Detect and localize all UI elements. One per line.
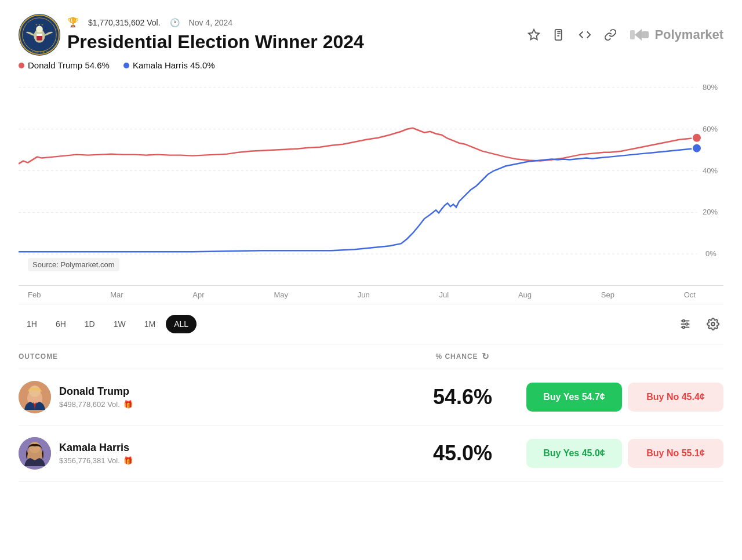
clock-icon: 🕐 (170, 18, 180, 27)
doc-button[interactable] (550, 26, 569, 44)
svg-text:UNITED STATES: UNITED STATES (30, 51, 49, 53)
harris-chance-col: 45.0% (399, 441, 526, 466)
polymarket-logo: Polymarket (629, 24, 723, 45)
page-title: Presidential Election Winner 2024 (67, 31, 364, 53)
harris-buy-no-btn[interactable]: Buy No 55.1¢ (628, 439, 723, 468)
x-label-jul: Jul (439, 290, 449, 299)
harris-legend-label: Kamala Harris 45.0% (133, 60, 215, 70)
x-label-feb: Feb (28, 290, 41, 299)
x-label-oct: Oct (684, 290, 696, 299)
trump-name: Donald Trump (59, 386, 133, 398)
svg-rect-11 (630, 30, 635, 39)
header-meta: 🏆 $1,770,315,602 Vol. 🕐 Nov 4, 2024 Pres… (67, 17, 364, 53)
btn-1m[interactable]: 1M (136, 315, 163, 333)
harris-vol: $356,776,381 Vol. 🎁 (59, 456, 133, 465)
source-label: Source: Polymarket.com (28, 258, 119, 271)
svg-text:★ ★ ★: ★ ★ ★ (35, 23, 43, 26)
main-chart: 80% 60% 40% 20% 0% (19, 77, 723, 285)
harris-gift-icon[interactable]: 🎁 (123, 456, 133, 465)
trump-dot (19, 63, 24, 68)
svg-point-35 (29, 386, 41, 397)
chart-controls (675, 314, 723, 334)
svg-rect-13 (642, 31, 649, 38)
x-label-aug: Aug (518, 290, 532, 299)
chart-legend: Donald Trump 54.6% Kamala Harris 45.0% (19, 60, 723, 70)
svg-point-38 (29, 442, 41, 453)
link-button[interactable] (601, 26, 620, 44)
svg-marker-12 (635, 29, 642, 41)
outcomes-header: OUTCOME % CHANCE ↻ (19, 344, 723, 369)
svg-point-3 (36, 26, 43, 32)
harris-outcome-row: Kamala Harris $356,776,381 Vol. 🎁 45.0% … (19, 426, 723, 482)
trump-info: Donald Trump $498,778,602 Vol. 🎁 (59, 386, 133, 409)
harris-outcome-col: Kamala Harris $356,776,381 Vol. 🎁 (19, 437, 399, 470)
trump-outcome-col: Donald Trump $498,778,602 Vol. 🎁 (19, 381, 399, 413)
outcome-col-header: OUTCOME (19, 351, 399, 362)
svg-text:60%: 60% (703, 125, 718, 133)
filter-icon-btn[interactable] (675, 314, 696, 334)
chance-col-header: % CHANCE ↻ (399, 351, 526, 362)
trump-vol: $498,778,602 Vol. 🎁 (59, 400, 133, 409)
refresh-icon[interactable]: ↻ (482, 351, 490, 362)
date-text: Nov 4, 2024 (189, 18, 233, 27)
harris-info: Kamala Harris $356,776,381 Vol. 🎁 (59, 442, 133, 465)
btn-1d[interactable]: 1D (77, 315, 103, 333)
chance-label: % CHANCE (436, 352, 478, 361)
trump-outcome-row: Donald Trump $498,778,602 Vol. 🎁 54.6% B… (19, 369, 723, 426)
svg-point-29 (682, 320, 685, 322)
actions-col-header (526, 351, 723, 362)
code-button[interactable] (576, 26, 594, 44)
trump-buy-no-btn[interactable]: Buy No 45.4¢ (628, 383, 723, 412)
svg-rect-10 (555, 30, 562, 40)
svg-text:0%: 0% (705, 249, 716, 258)
harris-chance-pct: 45.0% (433, 441, 492, 465)
btn-6h[interactable]: 6H (48, 315, 74, 333)
btn-1w[interactable]: 1W (106, 315, 134, 333)
svg-point-30 (686, 323, 688, 325)
x-label-jun: Jun (358, 290, 370, 299)
header-right: Polymarket (525, 24, 723, 45)
svg-marker-9 (529, 30, 539, 39)
svg-rect-5 (37, 34, 42, 36)
svg-point-31 (682, 326, 685, 329)
trump-legend-label: Donald Trump 54.6% (28, 60, 110, 70)
trophy-icon: 🏆 (67, 17, 79, 28)
trump-gift-icon[interactable]: 🎁 (123, 400, 133, 409)
trump-actions-col: Buy Yes 54.7¢ Buy No 45.4¢ (526, 383, 723, 412)
svg-text:40%: 40% (703, 166, 718, 175)
polymarket-name: Polymarket (654, 27, 723, 42)
svg-point-32 (711, 322, 715, 326)
x-axis: Feb Mar Apr May Jun Jul Aug Sep Oct (19, 286, 723, 304)
x-label-mar: Mar (110, 290, 123, 299)
svg-text:20%: 20% (703, 208, 718, 216)
svg-rect-6 (37, 36, 42, 38)
x-label-sep: Sep (601, 290, 614, 299)
trump-buy-yes-btn[interactable]: Buy Yes 54.7¢ (526, 383, 622, 412)
settings-icon-btn[interactable] (703, 314, 723, 334)
trump-chance-col: 54.6% (399, 385, 526, 409)
x-label-may: May (274, 290, 288, 299)
presidential-seal: ★ ★ ★ UNITED STATES (19, 14, 60, 56)
chart-area: 80% 60% 40% 20% 0% Source: Polymarket.co… (19, 77, 723, 286)
legend-trump: Donald Trump 54.6% (19, 60, 110, 70)
star-button[interactable] (525, 26, 543, 44)
harris-dot (123, 63, 129, 68)
legend-harris: Kamala Harris 45.0% (123, 60, 215, 70)
harris-actions-col: Buy Yes 45.0¢ Buy No 55.1¢ (526, 439, 723, 468)
time-range-bar: 1H 6H 1D 1W 1M ALL (19, 304, 723, 344)
volume-text: $1,770,315,602 Vol. (88, 18, 161, 27)
svg-text:80%: 80% (703, 83, 718, 92)
harris-avatar (19, 437, 51, 470)
btn-1h[interactable]: 1H (19, 315, 45, 333)
svg-point-24 (692, 133, 701, 143)
svg-point-25 (692, 144, 701, 153)
harris-name: Kamala Harris (59, 442, 133, 454)
harris-buy-yes-btn[interactable]: Buy Yes 45.0¢ (526, 439, 622, 468)
trump-avatar (19, 381, 51, 413)
time-buttons: 1H 6H 1D 1W 1M ALL (19, 315, 197, 333)
x-label-apr: Apr (192, 290, 204, 299)
trump-chance-pct: 54.6% (433, 385, 492, 409)
polymarket-icon (629, 24, 650, 45)
btn-all[interactable]: ALL (166, 315, 197, 333)
